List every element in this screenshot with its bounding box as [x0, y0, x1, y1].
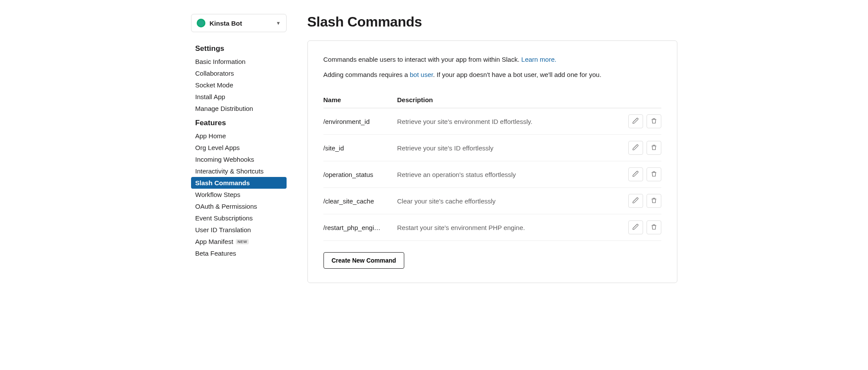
pencil-icon	[632, 223, 639, 232]
intro2-text: Adding commands requires a bot user. If …	[323, 70, 661, 80]
table-header: Name Description	[323, 92, 661, 108]
delete-button[interactable]	[647, 141, 661, 155]
sidebar-item-features-7[interactable]: Event Subscriptions	[191, 212, 287, 224]
sidebar-item-label: Slash Commands	[195, 179, 250, 187]
sidebar-item-features-9[interactable]: App ManifestNEW	[191, 236, 287, 247]
commands-table: Name Description /environment_idRetrieve…	[323, 92, 661, 241]
pencil-icon	[632, 170, 639, 179]
learn-more-link[interactable]: Learn more.	[521, 56, 557, 63]
intro-text: Commands enable users to interact with y…	[323, 55, 661, 65]
command-description: Clear your site's cache effortlessly	[397, 197, 628, 205]
delete-button[interactable]	[647, 220, 661, 234]
sidebar-item-label: Org Level Apps	[195, 144, 240, 151]
main-content: Slash Commands Commands enable users to …	[307, 14, 677, 283]
row-actions	[628, 220, 661, 234]
sidebar-item-features-4[interactable]: Slash Commands	[191, 177, 287, 189]
sidebar-item-label: OAuth & Permissions	[195, 203, 257, 210]
command-description: Retrieve your site's ID effortlessly	[397, 144, 628, 152]
intro2-post: . If your app doesn't have a bot user, w…	[433, 71, 601, 78]
sidebar-item-label: Workflow Steps	[195, 191, 241, 198]
sidebar-item-label: Event Subscriptions	[195, 214, 253, 222]
app-name: Kinsta Bot	[210, 20, 272, 27]
new-badge: NEW	[236, 239, 249, 244]
pencil-icon	[632, 197, 639, 205]
edit-button[interactable]	[628, 141, 643, 155]
intro-plain: Commands enable users to interact with y…	[323, 56, 521, 63]
trash-icon	[650, 223, 657, 232]
sidebar-item-settings-1[interactable]: Collaborators	[191, 67, 287, 79]
app-logo-icon	[197, 19, 205, 27]
sidebar-item-label: App Home	[195, 132, 226, 140]
table-row: /environment_idRetrieve your site's envi…	[323, 108, 661, 135]
edit-button[interactable]	[628, 194, 643, 208]
sidebar-item-features-0[interactable]: App Home	[191, 130, 287, 142]
trash-icon	[650, 117, 657, 126]
sidebar-item-label: Interactivity & Shortcuts	[195, 167, 264, 175]
edit-button[interactable]	[628, 167, 643, 181]
row-actions	[628, 167, 661, 181]
bot-user-link[interactable]: bot user	[410, 71, 433, 78]
header-name: Name	[323, 96, 397, 103]
commands-card: Commands enable users to interact with y…	[307, 40, 677, 283]
create-new-command-button[interactable]: Create New Command	[323, 252, 405, 269]
edit-button[interactable]	[628, 114, 643, 128]
command-name: /environment_id	[323, 118, 397, 125]
row-actions	[628, 194, 661, 208]
command-description: Retrieve your site's environment ID effo…	[397, 118, 628, 125]
sidebar-item-features-8[interactable]: User ID Translation	[191, 224, 287, 236]
edit-button[interactable]	[628, 220, 643, 234]
command-description: Retrieve an operation's status effortles…	[397, 171, 628, 178]
delete-button[interactable]	[647, 194, 661, 208]
sidebar-item-label: Beta Features	[195, 250, 236, 257]
table-row: /site_idRetrieve your site's ID effortle…	[323, 135, 661, 161]
pencil-icon	[632, 117, 639, 126]
intro2-pre: Adding commands requires a	[323, 71, 410, 78]
sidebar-item-label: User ID Translation	[195, 226, 251, 233]
row-actions	[628, 114, 661, 128]
caret-down-icon: ▼	[276, 20, 281, 26]
trash-icon	[650, 197, 657, 205]
features-header: Features	[191, 116, 287, 130]
command-name: /restart_php_engi…	[323, 224, 397, 231]
trash-icon	[650, 144, 657, 152]
sidebar-item-features-2[interactable]: Incoming Webhooks	[191, 153, 287, 165]
command-name: /operation_status	[323, 171, 397, 178]
page-title: Slash Commands	[307, 14, 677, 30]
delete-button[interactable]	[647, 114, 661, 128]
table-row: /operation_statusRetrieve an operation's…	[323, 161, 661, 188]
header-description: Description	[397, 96, 661, 103]
table-row: /clear_site_cacheClear your site's cache…	[323, 188, 661, 214]
app-selector[interactable]: Kinsta Bot ▼	[191, 14, 287, 32]
command-name: /site_id	[323, 144, 397, 152]
settings-header: Settings	[191, 42, 287, 56]
sidebar-item-features-1[interactable]: Org Level Apps	[191, 142, 287, 153]
sidebar-item-label: Incoming Webhooks	[195, 156, 254, 163]
pencil-icon	[632, 144, 639, 152]
sidebar-item-settings-0[interactable]: Basic Information	[191, 56, 287, 67]
sidebar-item-settings-3[interactable]: Install App	[191, 91, 287, 103]
sidebar-item-features-5[interactable]: Workflow Steps	[191, 189, 287, 200]
sidebar-item-settings-4[interactable]: Manage Distribution	[191, 103, 287, 114]
row-actions	[628, 141, 661, 155]
trash-icon	[650, 170, 657, 179]
delete-button[interactable]	[647, 167, 661, 181]
sidebar-item-features-3[interactable]: Interactivity & Shortcuts	[191, 165, 287, 177]
sidebar-item-settings-2[interactable]: Socket Mode	[191, 79, 287, 91]
sidebar: Kinsta Bot ▼ Settings Basic InformationC…	[191, 14, 287, 283]
sidebar-item-features-6[interactable]: OAuth & Permissions	[191, 200, 287, 212]
command-description: Restart your site's environment PHP engi…	[397, 224, 628, 231]
sidebar-item-features-10[interactable]: Beta Features	[191, 247, 287, 259]
sidebar-item-label: App Manifest	[195, 238, 234, 245]
table-row: /restart_php_engi…Restart your site's en…	[323, 214, 661, 241]
command-name: /clear_site_cache	[323, 197, 397, 205]
